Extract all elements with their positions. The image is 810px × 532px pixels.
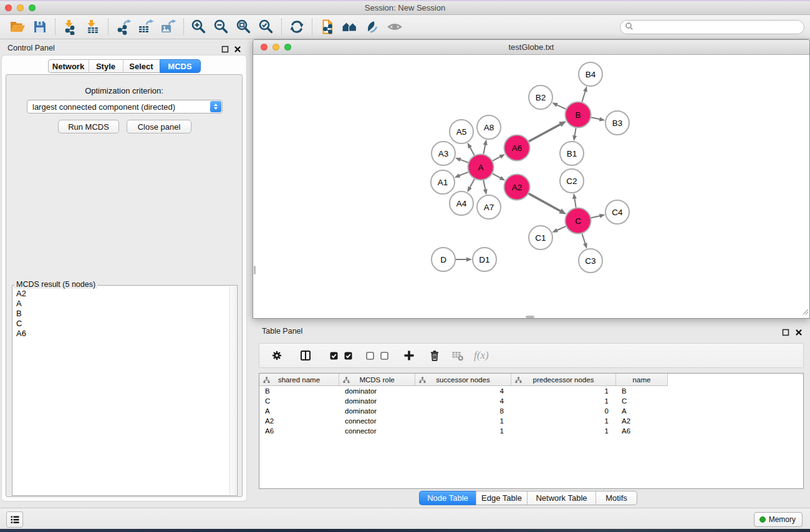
export-image-icon[interactable] [157,17,180,36]
graph-node-A4[interactable]: A4 [450,191,473,215]
task-history-button[interactable] [6,511,23,528]
graph-edge-B-B2[interactable] [556,105,566,109]
graph-node-C3[interactable]: C3 [579,249,602,273]
table-row[interactable]: Bdominator41B [259,386,803,396]
eye-icon[interactable] [383,17,406,36]
column-header-successor-nodes[interactable]: successor nodes [415,374,511,386]
home-icon[interactable] [339,17,361,36]
graph-node-A6[interactable]: A6 [504,135,530,161]
graph-edge-A6-B[interactable] [529,124,561,142]
resize-grip-icon[interactable] [801,306,809,317]
zoom-fit-icon[interactable] [233,17,255,36]
tab-mcds[interactable]: MCDS [160,59,201,73]
graph-node-B2[interactable]: B2 [529,85,552,109]
zoom-selected-icon[interactable] [255,17,277,36]
mcds-result-item[interactable]: A6 [16,329,228,339]
tab-style[interactable]: Style [89,59,123,73]
graphics-details-icon[interactable] [361,17,383,36]
graph-node-C2[interactable]: C2 [560,169,584,193]
mcds-result-item[interactable]: C [16,319,228,329]
mcds-result-item[interactable]: A [16,299,228,309]
tab-network-table[interactable]: Network Table [527,491,595,505]
table-row[interactable]: Adominator80A [259,406,803,416]
vertical-scrollbar-thumb[interactable] [254,266,256,274]
float-table-panel-icon[interactable] [782,327,790,336]
graph-edge-A-A8[interactable] [483,144,485,153]
settings-icon[interactable] [271,349,283,362]
graph-node-D1[interactable]: D1 [473,248,496,271]
add-icon[interactable] [403,349,415,362]
check-on-icon[interactable] [342,349,355,362]
graph-edge-A-A4[interactable] [470,179,475,188]
search-field[interactable] [620,20,804,34]
graph-node-A7[interactable]: A7 [477,195,501,219]
network-canvas[interactable]: B4B2BB3A8A5A6A3B1AC2A1A2A4A7C4CC1C3DD1 [253,55,809,318]
graph-node-B[interactable]: B [566,102,591,128]
graph-node-B1[interactable]: B1 [560,142,584,165]
graph-edge-A-A1[interactable] [459,172,468,176]
graph-node-A2[interactable]: A2 [504,175,530,200]
table-row[interactable]: A2connector11A2 [259,416,803,426]
close-panel-button[interactable]: Close panel [127,120,191,133]
graph-edge-A-A2[interactable] [493,173,501,178]
graph-edge-A-A6[interactable] [493,157,501,161]
check-off-icon[interactable] [378,349,391,362]
import-table-icon[interactable] [82,17,104,36]
graph-edge-B-B3[interactable] [591,117,600,119]
graph-node-B4[interactable]: B4 [579,62,602,86]
network-from-selection-icon[interactable] [316,17,339,36]
tab-node-table[interactable]: Node Table [419,491,476,505]
graph-node-A3[interactable]: A3 [432,142,455,165]
graph-edge-A2-C[interactable] [529,193,561,211]
graph-edge-C-C1[interactable] [557,226,566,231]
column-header-shared-name[interactable]: shared name [259,374,339,386]
export-network-icon[interactable] [112,17,135,36]
graph-node-A5[interactable]: A5 [450,120,473,143]
zoom-out-icon[interactable] [210,17,233,36]
column-header-name[interactable]: name [616,374,668,386]
table-row[interactable]: A6connector11A6 [259,426,803,436]
delete-icon[interactable] [428,349,441,362]
column-header-predecessor-nodes[interactable]: predecessor nodes [511,374,616,386]
table-row[interactable]: Cdominator41C [259,396,803,406]
run-mcds-button[interactable]: Run MCDS [58,120,119,133]
graph-edge-C-C3[interactable] [582,234,585,244]
import-network-icon[interactable] [59,17,82,36]
check-off-icon[interactable] [364,349,377,362]
mcds-result-item[interactable]: A2 [16,289,228,299]
tab-edge-table[interactable]: Edge Table [476,491,527,505]
search-input[interactable] [636,23,804,32]
tab-network[interactable]: Network [48,59,89,73]
graph-edge-A-A3[interactable] [460,160,468,163]
zoom-in-icon[interactable] [188,17,210,36]
graph-node-C[interactable]: C [566,208,591,234]
criterion-select[interactable]: largest connected component (directed) [27,100,223,114]
graph-edge-B-B4[interactable] [582,91,585,102]
graph-node-C4[interactable]: C4 [605,200,629,224]
graph-node-A8[interactable]: A8 [477,115,501,139]
export-table-icon[interactable] [135,17,157,36]
columns-icon[interactable] [299,349,312,362]
mcds-result-item[interactable]: B [16,309,228,319]
graph-node-B3[interactable]: B3 [605,111,629,135]
graph-edge-A-A5[interactable] [470,147,474,156]
tab-select[interactable]: Select [123,59,160,73]
graph-node-A1[interactable]: A1 [431,170,455,194]
result-scrollbar[interactable] [229,286,236,495]
graph-node-D[interactable]: D [432,248,455,271]
open-session-icon[interactable] [6,17,29,36]
graph-edge-A-A7[interactable] [483,180,485,190]
graph-edge-C-C2[interactable] [574,198,576,208]
column-header-MCDS-role[interactable]: MCDS role [339,374,415,386]
save-session-icon[interactable] [29,17,51,36]
tab-motifs[interactable]: Motifs [595,491,637,505]
graph-node-C1[interactable]: C1 [529,226,552,249]
graph-node-A[interactable]: A [468,155,494,180]
horizontal-scrollbar-thumb[interactable] [526,316,534,318]
float-panel-icon[interactable] [221,44,229,52]
memory-button[interactable]: Memory [754,512,803,527]
close-panel-icon[interactable] [234,44,242,52]
graph-edge-C-C4[interactable] [591,216,600,218]
graph-edge-B-B1[interactable] [574,128,576,136]
check-on-icon[interactable] [328,349,340,362]
